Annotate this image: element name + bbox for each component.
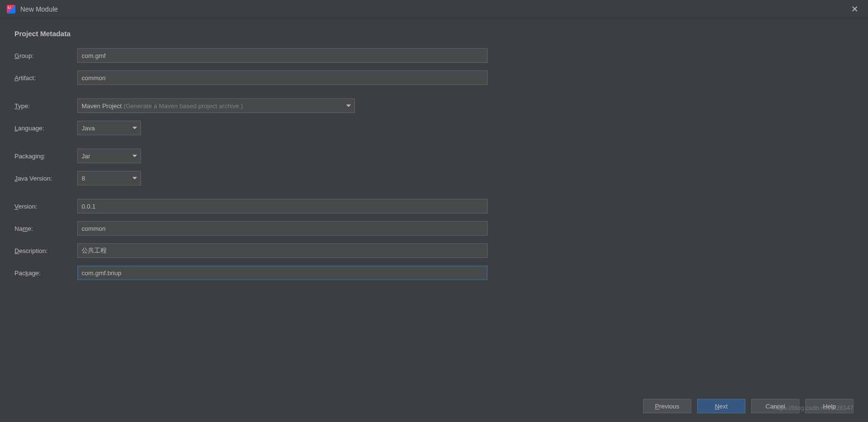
row-description: Description: [14,243,854,258]
language-value: Java [82,125,95,132]
package-input[interactable] [77,266,488,280]
type-select[interactable]: Maven Project (Generate a Maven based pr… [77,98,355,113]
description-input[interactable] [77,243,488,258]
close-icon[interactable]: ✕ [846,4,863,14]
label-name: Name: [14,225,77,232]
packaging-select[interactable]: Jar [77,149,141,163]
packaging-value: Jar [82,153,90,160]
java-version-select[interactable]: 8 [77,171,141,185]
previous-button[interactable]: Previous [643,399,691,413]
label-group: Group: [14,52,77,59]
label-description: Description: [14,247,77,254]
label-package: Package: [14,269,77,277]
row-artifact: Artifact: [14,70,854,85]
chevron-down-icon [132,177,137,180]
dialog-content: Project Metadata Group: Artifact: Type: … [0,18,868,299]
label-version: Version: [14,203,77,210]
group-input[interactable] [77,48,488,63]
row-java-version: Java Version: 8 [14,171,854,185]
app-icon [7,5,15,14]
window-title: New Module [20,5,846,13]
row-type: Type: Maven Project (Generate a Maven ba… [14,98,854,113]
label-type: Type: [14,102,77,110]
java-version-value: 8 [82,175,85,182]
language-select[interactable]: Java [77,121,141,135]
chevron-down-icon [346,105,351,107]
row-language: Language: Java [14,121,854,135]
titlebar: New Module ✕ [0,0,868,18]
help-button[interactable]: Help [805,399,854,413]
row-package: Package: [14,266,854,280]
chevron-down-icon [132,127,137,129]
label-language: Language: [14,125,77,132]
row-group: Group: [14,48,854,63]
cancel-button[interactable]: Cancel [751,399,799,413]
button-bar: Previous Next Cancel Help [643,399,854,413]
row-packaging: Packaging: Jar [14,149,854,163]
label-artifact: Artifact: [14,74,77,82]
name-input[interactable] [77,221,488,236]
row-version: Version: [14,199,854,213]
version-input[interactable] [77,199,488,213]
label-packaging: Packaging: [14,153,77,160]
artifact-input[interactable] [77,70,488,85]
next-button[interactable]: Next [697,399,745,413]
chevron-down-icon [132,155,137,157]
type-value: Maven Project [82,102,122,110]
type-hint: (Generate a Maven based project archive.… [124,102,243,110]
section-title: Project Metadata [14,30,854,38]
label-java-version: Java Version: [14,175,77,182]
row-name: Name: [14,221,854,236]
